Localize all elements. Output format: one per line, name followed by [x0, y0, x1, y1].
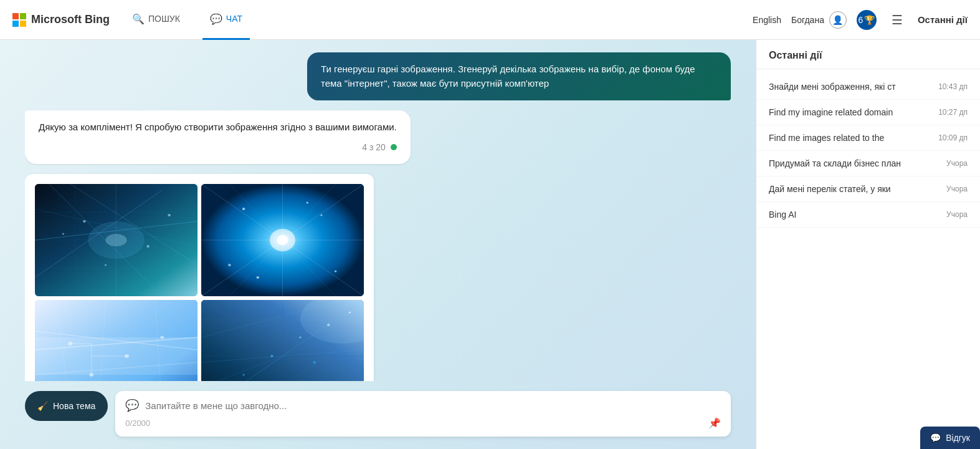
svg-point-62: [242, 374, 244, 375]
recent-item[interactable]: Знайди мені зображення, які ст 10:43 дп: [756, 74, 980, 100]
svg-point-68: [313, 361, 316, 364]
logo-text: Microsoft Bing: [31, 13, 110, 26]
generated-image-3[interactable]: [35, 300, 197, 382]
recent-title: Останні дії: [918, 14, 968, 25]
char-count: 0/2000: [125, 418, 150, 428]
search-icon: 🔍: [132, 13, 145, 25]
svg-point-35: [242, 208, 245, 210]
recent-item-time: Учора: [946, 159, 968, 168]
recent-item-text: Find my imagine related domain: [769, 107, 931, 117]
svg-point-53: [160, 336, 164, 339]
recent-item-time: Учора: [946, 210, 968, 219]
chat-area: Ти генеруєш гарні зображення. Згенеруй д…: [0, 40, 756, 449]
recent-item-text: Дай мені перелік статей, у яки: [769, 184, 939, 194]
char-count-row: 0/2000 📌: [125, 417, 721, 429]
svg-point-39: [257, 276, 260, 279]
nav-chat-button[interactable]: 💬 ЧАТ: [202, 0, 250, 40]
new-topic-button[interactable]: 🧹 Нова тема: [25, 391, 108, 421]
language-button[interactable]: English: [753, 15, 781, 25]
chat-input-row: 💬: [125, 398, 721, 412]
recent-item-text: Придумай та склади бізнес план: [769, 158, 939, 168]
trophy-badge[interactable]: 6 🏆: [857, 10, 877, 30]
svg-point-38: [335, 270, 336, 272]
trophy-icon: 🏆: [864, 15, 875, 25]
svg-point-65: [327, 324, 330, 326]
recent-item-time: 10:43 дп: [938, 82, 968, 91]
chat-input[interactable]: [145, 400, 721, 411]
svg-point-40: [307, 201, 308, 203]
recent-item-time: 10:09 дп: [938, 133, 968, 142]
recent-item-time: 10:27 дп: [938, 108, 968, 117]
chat-input-wrapper: 💬 0/2000 📌: [115, 391, 731, 437]
status-dot: [391, 144, 397, 150]
chat-icon: 💬: [210, 13, 222, 25]
recent-item-time: Учора: [946, 185, 968, 193]
assistant-message: Дякую за комплімент! Я спробую створити …: [25, 110, 411, 164]
user-area[interactable]: Богдана 👤: [791, 11, 847, 29]
message-circle-icon: 💬: [125, 398, 139, 412]
recent-item-text: Bing AI: [769, 210, 939, 220]
svg-point-18: [62, 233, 64, 234]
svg-point-64: [299, 336, 301, 338]
svg-point-15: [83, 220, 86, 223]
user-name: Богдана: [791, 15, 824, 25]
recent-item[interactable]: Find my imagine related domain 10:27 дп: [756, 100, 980, 125]
user-icon: 👤: [829, 11, 847, 29]
main-layout: Ти генеруєш гарні зображення. Згенеруй д…: [0, 40, 980, 449]
recent-item-text: Знайди мені зображення, які ст: [769, 82, 931, 92]
svg-point-16: [146, 245, 150, 248]
svg-point-34: [277, 235, 288, 245]
microsoft-logo-icon: [12, 13, 26, 27]
user-message: Ти генеруєш гарні зображення. Згенеруй д…: [307, 52, 731, 100]
generated-image-4[interactable]: [201, 300, 364, 382]
messages-container: Ти генеруєш гарні зображення. Згенеруй д…: [25, 52, 731, 381]
message-counter: 4 з 20: [362, 141, 386, 154]
input-area: 🧹 Нова тема 💬 0/2000 📌: [25, 381, 731, 449]
svg-point-37: [228, 264, 231, 266]
header: Microsoft Bing 🔍 ПОШУК 💬 ЧАТ English Бог…: [0, 0, 980, 40]
message-meta: 4 з 20: [39, 141, 397, 154]
generated-image-1[interactable]: [35, 184, 197, 296]
nav-search-button[interactable]: 🔍 ПОШУК: [125, 0, 188, 40]
recent-item[interactable]: Придумай та склади бізнес план Учора: [756, 151, 980, 176]
sidebar-header: Останні дії: [756, 50, 980, 69]
feedback-icon: 💬: [930, 433, 941, 443]
recent-item[interactable]: Find me images related to the 10:09 дп: [756, 125, 980, 151]
image-grid: [35, 184, 364, 382]
feedback-button[interactable]: 💬 Відгук: [920, 427, 980, 449]
sidebar: Останні дії Знайди мені зображення, які …: [756, 40, 980, 449]
logo-area: Microsoft Bing: [12, 13, 110, 27]
trophy-count: 6: [859, 15, 863, 25]
recent-item[interactable]: Дай мені перелік статей, у яки Учора: [756, 176, 980, 202]
recent-item-text: Find me images related to the: [769, 133, 931, 143]
recent-list: Знайди мені зображення, які ст 10:43 дп …: [756, 69, 980, 439]
svg-point-17: [105, 264, 107, 266]
svg-point-66: [349, 311, 351, 313]
image-grid-container: [25, 174, 374, 382]
svg-point-19: [168, 214, 171, 216]
svg-point-36: [320, 214, 322, 216]
menu-button[interactable]: ☰: [887, 10, 908, 30]
recent-item[interactable]: Bing AI Учора: [756, 202, 980, 228]
generated-image-2[interactable]: [201, 184, 364, 296]
pin-icon[interactable]: 📌: [708, 417, 721, 429]
broom-icon: 🧹: [37, 401, 48, 411]
header-right: English Богдана 👤 6 🏆 ☰ Останні дії: [753, 10, 968, 30]
